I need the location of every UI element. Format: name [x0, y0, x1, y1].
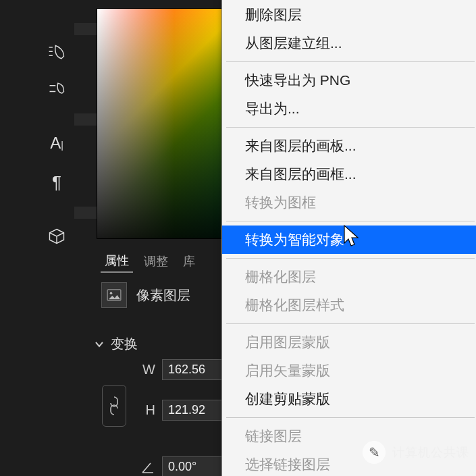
watermark-avatar-icon: ✎: [363, 441, 386, 464]
color-picker-swatch[interactable]: [97, 8, 226, 239]
height-input[interactable]: 121.92: [162, 400, 228, 421]
left-toolbar: A| ¶: [37, 0, 76, 476]
preset-brush-tool[interactable]: [37, 72, 76, 107]
angle-icon: [135, 460, 155, 475]
paragraph-tool[interactable]: ¶: [37, 165, 76, 200]
angle-input[interactable]: 0.00°: [162, 456, 228, 476]
link-wh-toggle[interactable]: [102, 385, 126, 427]
layer-context-menu: 删除图层从图层建立组...快速导出为 PNG导出为...来自图层的画板...来自…: [221, 0, 476, 476]
menu-item: 栅格化图层: [222, 263, 476, 291]
menu-separator: [226, 127, 475, 128]
menu-separator: [226, 417, 475, 418]
menu-item[interactable]: 创建剪贴蒙版: [222, 385, 476, 413]
list-brush-tool[interactable]: [37, 35, 76, 70]
layer-type-row: 像素图层: [101, 282, 190, 308]
menu-item[interactable]: 导出为...: [222, 95, 476, 123]
menu-item[interactable]: 来自图层的画框...: [222, 160, 476, 188]
3d-tool[interactable]: [37, 219, 76, 254]
menu-item[interactable]: 删除图层: [222, 1, 476, 29]
menu-separator: [226, 323, 475, 324]
height-label: H: [135, 402, 155, 418]
transform-header-label: 变换: [111, 335, 138, 353]
transform-section-header[interactable]: 变换: [95, 335, 138, 353]
watermark-text: 计算机公共课: [392, 444, 469, 460]
menu-item[interactable]: 来自图层的画板...: [222, 132, 476, 160]
menu-separator: [226, 258, 475, 259]
menu-separator: [226, 221, 475, 221]
angle-row: 0.00°: [135, 456, 228, 476]
menu-item[interactable]: 从图层建立组...: [222, 29, 476, 57]
menu-item[interactable]: 转换为智能对象: [222, 226, 476, 254]
menu-item: 启用矢量蒙版: [222, 356, 476, 385]
tab-libraries[interactable]: 库: [179, 250, 199, 272]
type-tool[interactable]: A|: [37, 126, 76, 161]
menu-item: 栅格化图层样式: [222, 291, 476, 319]
menu-item: 转换为图框: [222, 188, 476, 217]
width-input[interactable]: 162.56: [162, 359, 228, 380]
link-icon: [108, 396, 120, 416]
watermark: ✎ 计算机公共课: [363, 441, 469, 464]
width-label: W: [135, 362, 155, 377]
chevron-down-icon: [95, 340, 104, 349]
width-row: W 162.56: [135, 359, 228, 380]
pixel-layer-icon: [101, 282, 127, 308]
tab-adjustments[interactable]: 调整: [140, 250, 172, 272]
menu-item[interactable]: 快速导出为 PNG: [222, 66, 476, 95]
svg-point-1: [110, 292, 113, 295]
menu-separator: [226, 61, 475, 62]
panel-tabs: 属性 调整 库: [90, 250, 242, 273]
tab-properties[interactable]: 属性: [101, 250, 133, 273]
layer-type-label: 像素图层: [136, 286, 190, 305]
height-row: H 121.92: [135, 400, 228, 421]
menu-item: 启用图层蒙版: [222, 328, 476, 356]
